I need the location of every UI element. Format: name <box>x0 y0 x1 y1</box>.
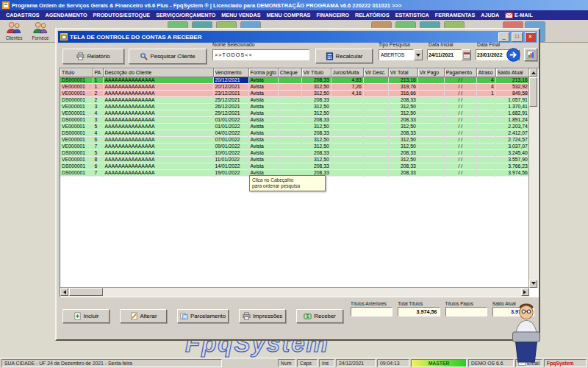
table-row[interactable]: VE0000013AAAAAAAAAAAAAAA26/12/2021Avista… <box>60 104 529 110</box>
cell-vlr-total[interactable]: 208,33 <box>388 150 417 157</box>
cell-vlr-desc[interactable] <box>363 150 388 157</box>
cell-descri-o-do-cliente[interactable]: AAAAAAAAAAAAAAA <box>103 157 213 163</box>
cell-vlr-t-tulo[interactable]: 312,50 <box>301 157 331 163</box>
cell-forma-pgto[interactable]: Avista <box>248 157 278 163</box>
cell-forma-pgto[interactable]: Avista <box>248 150 278 157</box>
cell-forma-pgto[interactable]: Avista <box>248 124 278 130</box>
cell-vlr-total[interactable]: 213,16 <box>388 77 417 84</box>
cell-saldo-atual[interactable]: 3.974,56 <box>495 170 529 177</box>
cell-cheque[interactable] <box>278 130 301 137</box>
chevron-down-icon[interactable] <box>414 49 423 60</box>
cell-vlr-t-tulo[interactable]: 208,33 <box>301 150 331 157</box>
cell-atraso[interactable] <box>476 163 495 170</box>
cell-juros-multa[interactable] <box>331 110 363 117</box>
column-header-vlr-desc[interactable]: Vlr Desc. <box>363 68 388 77</box>
table-row[interactable]: DS0000013AAAAAAAAAAAAAAA01/01/2022Avista… <box>60 117 529 124</box>
cell-pagamento[interactable]: / / <box>444 170 476 177</box>
cell-atraso[interactable]: 1 <box>476 91 495 97</box>
impressoes-button[interactable]: Impressões <box>239 309 286 323</box>
cell-atraso[interactable] <box>476 104 495 110</box>
cell-atraso[interactable] <box>476 144 495 150</box>
cell-vlr-total[interactable]: 319,76 <box>388 84 417 91</box>
cell-vlr-total[interactable]: 312,50 <box>388 104 417 110</box>
cell-vlr-total[interactable]: 312,50 <box>388 137 417 144</box>
cell-atraso[interactable] <box>476 157 495 163</box>
table-row[interactable]: DS0000012AAAAAAAAAAAAAAA25/12/2021Avista… <box>60 97 529 104</box>
cell-t-tulo[interactable]: DS000001 <box>60 170 93 177</box>
cell-saldo-atual[interactable]: 2.724,57 <box>495 137 529 144</box>
cell-vlr-pago[interactable] <box>417 170 444 177</box>
cell-vlr-pago[interactable] <box>417 137 444 144</box>
cell-atraso[interactable] <box>476 117 495 124</box>
cell-t-tulo[interactable]: DS000001 <box>60 77 93 84</box>
cell-cheque[interactable] <box>278 157 301 163</box>
cell-pa[interactable]: 7 <box>93 170 103 177</box>
cell-vlr-desc[interactable] <box>363 170 388 177</box>
cell-vlr-desc[interactable] <box>363 163 388 170</box>
cell-atraso[interactable]: 4 <box>476 84 495 91</box>
cell-cheque[interactable] <box>278 110 301 117</box>
cell-pagamento[interactable]: / / <box>444 104 476 110</box>
table-row[interactable]: VE0000014AAAAAAAAAAAAAAA29/12/2021Avista… <box>60 110 529 117</box>
column-header-vlr-t-tulo[interactable]: Vlr Título <box>301 68 331 77</box>
toolbar-button-fornecedores[interactable]: Fornece <box>28 21 53 42</box>
cell-vencimento[interactable]: 01/01/2022 <box>213 117 248 124</box>
cell-vlr-pago[interactable] <box>417 91 444 97</box>
cell-cheque[interactable] <box>278 144 301 150</box>
cell-vencimento[interactable]: 09/01/2022 <box>213 144 248 150</box>
cell-vlr-desc[interactable] <box>363 130 388 137</box>
cell-vlr-pago[interactable] <box>417 117 444 124</box>
tipo-pesquisa-select[interactable]: ABERTOS <box>379 49 423 60</box>
cell-t-tulo[interactable]: VE000001 <box>60 110 93 117</box>
cell-pagamento[interactable]: / / <box>444 157 476 163</box>
cell-vlr-pago[interactable] <box>417 130 444 137</box>
cell-saldo-atual[interactable]: 532,92 <box>495 84 529 91</box>
cell-vencimento[interactable]: 04/01/2022 <box>213 130 248 137</box>
window-title-bar[interactable]: TELA DE CONTROLE DO CONTAS A RECEBER _ □… <box>58 31 537 43</box>
cell-pagamento[interactable]: / / <box>444 91 476 97</box>
cell-vlr-desc[interactable] <box>363 137 388 144</box>
cell-pa[interactable]: 6 <box>93 137 103 144</box>
cell-juros-multa[interactable]: 4,83 <box>331 77 363 84</box>
cell-vlr-total[interactable]: 312,50 <box>388 110 417 117</box>
cell-vencimento[interactable]: 10/01/2022 <box>213 150 248 157</box>
cell-saldo-atual[interactable]: 1.682,91 <box>495 110 529 117</box>
column-header-pa[interactable]: PA <box>93 68 103 77</box>
menu-item-relat-rios[interactable]: RELATÓRIOS <box>352 12 392 18</box>
column-header-vlr-total[interactable]: Vlr Total <box>388 68 417 77</box>
cell-descri-o-do-cliente[interactable]: AAAAAAAAAAAAAAA <box>103 124 213 130</box>
cell-juros-multa[interactable] <box>331 157 363 163</box>
cell-t-tulo[interactable]: VE000001 <box>60 104 93 110</box>
cell-descri-o-do-cliente[interactable]: AAAAAAAAAAAAAAA <box>103 91 213 97</box>
cell-juros-multa[interactable] <box>331 124 363 130</box>
cell-vlr-total[interactable]: 316,66 <box>388 91 417 97</box>
cell-saldo-atual[interactable]: 849,58 <box>495 91 529 97</box>
cell-pa[interactable]: 8 <box>93 157 103 163</box>
table-row[interactable]: DS0000015AAAAAAAAAAAAAAA10/01/2022Avista… <box>60 150 529 157</box>
cell-pa[interactable]: 6 <box>93 163 103 170</box>
cell-forma-pgto[interactable]: Avista <box>248 97 278 104</box>
cell-vlr-desc[interactable] <box>363 110 388 117</box>
cell-vencimento[interactable]: 26/12/2021 <box>213 104 248 110</box>
cell-vlr-t-tulo[interactable]: 208,33 <box>301 117 331 124</box>
cell-pagamento[interactable]: / / <box>444 130 476 137</box>
cell-pa[interactable]: 1 <box>93 84 103 91</box>
column-header-saldo-atual[interactable]: Saldo Atual <box>495 68 529 77</box>
cell-saldo-atual[interactable]: 2.203,74 <box>495 124 529 130</box>
menu-item-produtos-estoque[interactable]: PRODUTOS/ESTOQUE <box>90 12 154 18</box>
cell-pa[interactable]: 2 <box>93 97 103 104</box>
cell-pa[interactable]: 4 <box>93 130 103 137</box>
horizontal-scrollbar[interactable] <box>60 287 529 297</box>
cell-saldo-atual[interactable]: 3.557,90 <box>495 157 529 163</box>
cell-t-tulo[interactable]: VE000001 <box>60 137 93 144</box>
cell-cheque[interactable] <box>278 84 301 91</box>
column-header-vencimento[interactable]: Vencimento <box>213 68 248 77</box>
vertical-scroll-thumb[interactable] <box>529 77 537 107</box>
cell-descri-o-do-cliente[interactable]: AAAAAAAAAAAAAAA <box>103 77 213 84</box>
menu-item-menu-vendas[interactable]: MENU VENDAS <box>218 12 263 18</box>
scroll-up-icon[interactable] <box>529 68 537 77</box>
cell-pagamento[interactable]: / / <box>444 150 476 157</box>
cell-saldo-atual[interactable]: 213,16 <box>495 77 529 84</box>
cell-vlr-t-tulo[interactable]: 312,50 <box>301 137 331 144</box>
cell-juros-multa[interactable] <box>331 104 363 110</box>
